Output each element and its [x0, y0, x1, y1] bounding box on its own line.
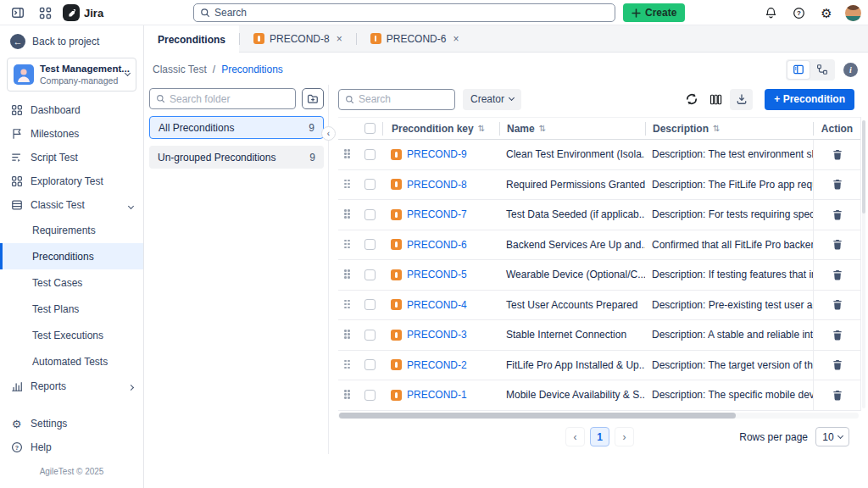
- creator-filter-button[interactable]: Creator: [463, 89, 521, 110]
- drag-handle[interactable]: [338, 300, 357, 310]
- tab-preconditions[interactable]: Preconditions: [144, 25, 239, 53]
- delete-trash-icon[interactable]: [832, 298, 843, 311]
- horizontal-scrollbar-thumb[interactable]: [339, 413, 736, 419]
- folder-search[interactable]: [149, 88, 296, 109]
- table-row[interactable]: PRECOND-4 Test User Accounts Prepared De…: [338, 291, 860, 321]
- header-description[interactable]: Description ⇅: [645, 122, 813, 136]
- row-name[interactable]: Clean Test Environment (Isola...: [499, 148, 645, 160]
- back-to-project-button[interactable]: ← Back to project: [0, 25, 143, 54]
- sidebar-item-settings[interactable]: ⚙ Settings: [0, 412, 143, 435]
- table-row[interactable]: PRECOND-9 Clean Test Environment (Isola.…: [338, 140, 860, 170]
- row-name[interactable]: Required Permissions Granted: [499, 179, 645, 191]
- drag-handle[interactable]: [338, 180, 357, 190]
- sort-icon[interactable]: ⇅: [539, 124, 546, 133]
- previous-page-button[interactable]: ‹: [565, 427, 585, 446]
- sidebar-item-classic-test[interactable]: Classic Test: [0, 193, 143, 217]
- sidebar-item-milestones[interactable]: Milestones: [0, 122, 143, 146]
- row-checkbox[interactable]: [357, 299, 382, 310]
- folder-item-all-preconditions[interactable]: All Preconditions 9: [149, 116, 324, 139]
- download-icon[interactable]: [730, 89, 753, 110]
- global-search-input[interactable]: [214, 7, 609, 19]
- precondition-key-link[interactable]: PRECOND-9: [407, 148, 467, 160]
- row-name[interactable]: Stable Internet Connection: [499, 329, 645, 341]
- user-avatar[interactable]: [845, 5, 861, 21]
- sidebar-item-reports[interactable]: Reports: [0, 374, 143, 398]
- folder-search-input[interactable]: [170, 93, 289, 105]
- tab-precond-8[interactable]: PRECOND-8 ×: [240, 25, 356, 52]
- precondition-key-link[interactable]: PRECOND-2: [407, 359, 467, 371]
- precondition-key-link[interactable]: PRECOND-4: [407, 299, 467, 311]
- table-row[interactable]: PRECOND-6 Backend Services Are Up and...…: [338, 230, 860, 261]
- header-name[interactable]: Name ⇅: [499, 122, 645, 136]
- delete-trash-icon[interactable]: [832, 389, 843, 402]
- sort-icon[interactable]: ⇅: [478, 124, 485, 133]
- delete-trash-icon[interactable]: [832, 208, 843, 221]
- row-checkbox[interactable]: [357, 359, 382, 370]
- sort-icon[interactable]: ⇅: [713, 124, 720, 133]
- row-name[interactable]: Backend Services Are Up and...: [499, 239, 645, 251]
- refresh-icon[interactable]: [682, 90, 701, 108]
- delete-trash-icon[interactable]: [832, 269, 843, 281]
- table-row[interactable]: PRECOND-5 Wearable Device (Optional/C...…: [338, 260, 860, 291]
- collapse-panel-button[interactable]: ‹: [321, 126, 336, 141]
- row-checkbox[interactable]: [357, 390, 382, 401]
- tree-view-button[interactable]: [811, 61, 833, 79]
- row-name[interactable]: Mobile Device Availability & S...: [499, 389, 645, 401]
- info-icon[interactable]: i: [843, 63, 858, 77]
- panel-view-button[interactable]: [787, 61, 810, 79]
- table-row[interactable]: PRECOND-3 Stable Internet Connection Des…: [338, 320, 860, 351]
- vertical-scrollbar-thumb[interactable]: [862, 120, 865, 214]
- close-icon[interactable]: ×: [453, 33, 459, 45]
- next-page-button[interactable]: ›: [615, 427, 634, 446]
- row-name[interactable]: Test Data Seeded (if applicab...: [499, 208, 645, 220]
- precondition-key-link[interactable]: PRECOND-1: [407, 389, 467, 401]
- precondition-key-link[interactable]: PRECOND-6: [407, 239, 467, 251]
- help-icon[interactable]: ?: [789, 3, 808, 22]
- sidebar-item-requirements[interactable]: Requirements: [0, 217, 143, 243]
- drag-handle[interactable]: [338, 240, 357, 250]
- delete-trash-icon[interactable]: [832, 329, 843, 341]
- table-search-input[interactable]: [359, 93, 435, 105]
- project-switcher[interactable]: Test Management... Company-managed: [7, 58, 136, 92]
- jira-logo[interactable]: Jira: [63, 4, 103, 21]
- drag-handle[interactable]: [338, 149, 357, 159]
- delete-trash-icon[interactable]: [832, 238, 843, 251]
- sidebar-item-script-test[interactable]: Script Test: [0, 146, 143, 169]
- row-name[interactable]: Test User Accounts Prepared: [499, 299, 645, 311]
- row-checkbox[interactable]: [357, 149, 382, 160]
- drag-handle[interactable]: [338, 360, 357, 370]
- precondition-key-link[interactable]: PRECOND-5: [407, 269, 467, 280]
- delete-trash-icon[interactable]: [832, 178, 843, 191]
- header-precondition-key[interactable]: Precondition key ⇅: [382, 122, 499, 136]
- table-row[interactable]: PRECOND-2 FitLife Pro App Installed & Up…: [338, 351, 860, 381]
- sidebar-item-dashboard[interactable]: Dashboard: [0, 98, 143, 122]
- sidebar-item-help[interactable]: ? Help: [0, 435, 143, 459]
- vertical-scrollbar[interactable]: [862, 120, 865, 408]
- row-checkbox[interactable]: [357, 330, 382, 341]
- add-precondition-button[interactable]: + Precondition: [765, 89, 854, 110]
- table-search[interactable]: [338, 89, 455, 110]
- sidebar-item-test-cases[interactable]: Test Cases: [0, 269, 143, 296]
- precondition-key-link[interactable]: PRECOND-7: [407, 208, 467, 220]
- drag-handle[interactable]: [338, 330, 357, 340]
- folder-item-ungrouped-preconditions[interactable]: Un-grouped Preconditions 9: [149, 146, 324, 169]
- close-icon[interactable]: ×: [337, 33, 342, 45]
- notifications-icon[interactable]: [761, 3, 780, 22]
- row-name[interactable]: Wearable Device (Optional/C...: [499, 269, 645, 280]
- row-checkbox[interactable]: [357, 269, 382, 280]
- row-checkbox[interactable]: [357, 209, 382, 220]
- row-name[interactable]: FitLife Pro App Installed & Up...: [499, 359, 645, 371]
- horizontal-scrollbar[interactable]: [338, 413, 859, 419]
- sidebar-item-test-executions[interactable]: Test Executions: [0, 322, 143, 348]
- table-row[interactable]: PRECOND-7 Test Data Seeded (if applicab.…: [338, 200, 860, 230]
- sidebar-toggle-icon[interactable]: [8, 3, 27, 22]
- drag-handle[interactable]: [338, 209, 357, 219]
- tab-precond-6[interactable]: PRECOND-6 ×: [357, 25, 473, 52]
- precondition-key-link[interactable]: PRECOND-3: [407, 329, 467, 341]
- table-row[interactable]: PRECOND-8 Required Permissions Granted D…: [338, 170, 860, 201]
- table-row[interactable]: PRECOND-1 Mobile Device Availability & S…: [338, 380, 860, 411]
- delete-trash-icon[interactable]: [832, 148, 843, 161]
- sidebar-item-preconditions[interactable]: Preconditions: [0, 243, 143, 269]
- columns-icon[interactable]: [706, 90, 725, 108]
- global-search[interactable]: [193, 3, 615, 22]
